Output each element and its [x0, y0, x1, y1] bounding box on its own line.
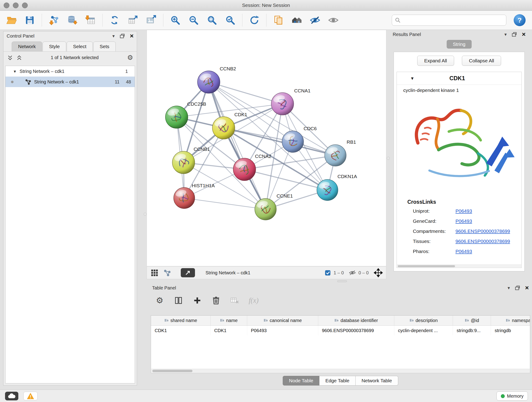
column-header-namespace[interactable]: namespace [491, 316, 530, 325]
network-edge-CCNB2-CCNE1[interactable] [209, 82, 266, 209]
zoom-fit-icon[interactable] [206, 14, 218, 27]
network-row-selected[interactable]: String Network – cdk1 11 48 [6, 77, 135, 87]
warning-button[interactable] [23, 392, 38, 400]
table-horizontal-scrollbar[interactable] [151, 369, 530, 373]
network-node-CDKN1A[interactable] [317, 179, 338, 201]
delete-table-icon[interactable] [228, 294, 241, 307]
crosslink-link[interactable]: P06493 [456, 218, 472, 224]
minimize-window-button[interactable] [13, 2, 19, 8]
chevron-down-icon[interactable]: ▾ [113, 34, 115, 38]
zoom-window-button[interactable] [22, 2, 28, 8]
merge-networks-icon[interactable] [108, 14, 121, 27]
column-header-shared-name[interactable]: shared name [151, 316, 210, 325]
network-node-CDK1[interactable] [212, 117, 235, 139]
selected-checkbox-icon[interactable] [325, 270, 331, 276]
table-cell[interactable]: stringdb:9... [453, 326, 491, 335]
float-panel-icon[interactable] [119, 33, 125, 39]
disclosure-triangle-icon[interactable]: ▾ [14, 69, 16, 74]
table-cell[interactable]: P06493 [247, 326, 318, 335]
chevron-down-icon[interactable]: ▾ [411, 75, 413, 81]
network-node-CDC25B[interactable] [165, 106, 188, 128]
table-row[interactable]: CDK1CDK1P064939606.ENSP00000378699cyclin… [151, 326, 530, 335]
collapse-all-button[interactable]: Collapse All [462, 56, 501, 66]
table-cell[interactable]: CDK1 [151, 326, 210, 335]
table-cell[interactable]: stringdb [491, 326, 530, 335]
tab-edge-table[interactable]: Edge Table [319, 376, 355, 385]
network-node-CCNA2[interactable] [233, 158, 256, 181]
columns-icon[interactable] [172, 294, 185, 307]
table-cell[interactable]: 9606.ENSP00000378699 [318, 326, 394, 335]
grid-view-icon[interactable] [150, 268, 159, 277]
network-node-CDC6[interactable] [282, 131, 304, 153]
share-network-icon[interactable] [163, 269, 171, 277]
gear-icon[interactable]: ⚙ [153, 294, 166, 307]
hide-eye-icon[interactable] [309, 14, 322, 27]
network-edge-HIST1H1A-CCNE1[interactable] [184, 198, 266, 209]
tab-network-table[interactable]: Network Table [355, 376, 398, 385]
tab-select[interactable]: Select [67, 41, 93, 51]
help-button[interactable]: ? [514, 14, 526, 26]
crosslink-link[interactable]: 9606.ENSP00000378699 [456, 239, 510, 244]
import-database-icon[interactable] [66, 14, 79, 27]
chevron-down-icon[interactable]: ▾ [508, 286, 510, 290]
zoom-out-icon[interactable] [187, 14, 200, 27]
import-network-icon[interactable] [47, 14, 60, 27]
cloud-button[interactable] [5, 392, 18, 400]
gear-icon[interactable]: ⚙ [127, 54, 133, 61]
sort-icon[interactable] [465, 318, 469, 323]
table-cell[interactable]: CDK1 [210, 326, 247, 335]
card-horizontal-scrollbar[interactable] [397, 264, 521, 268]
network-node-CCNA1[interactable] [271, 93, 294, 115]
zoom-selected-icon[interactable] [224, 14, 237, 27]
search-field[interactable] [403, 18, 503, 23]
network-canvas[interactable]: CCNB2CCNA1CDC25BCDK1CDC6RB1CCNB1CCNA2CDK… [147, 30, 386, 266]
export-network-icon[interactable] [127, 14, 139, 27]
network-edge-CCNB2-CCNA1[interactable] [209, 82, 283, 104]
network-node-CCNE1[interactable] [255, 198, 276, 220]
save-session-icon[interactable] [23, 14, 36, 27]
add-icon[interactable] [191, 294, 204, 307]
trash-icon[interactable] [209, 294, 223, 307]
expand-all-button[interactable]: Expand All [417, 56, 454, 66]
network-node-RB1[interactable] [325, 145, 346, 166]
zoom-in-icon[interactable] [169, 14, 182, 27]
sort-icon[interactable] [220, 318, 224, 323]
table-cell[interactable]: cyclin-dependent ... [394, 326, 453, 335]
tab-network[interactable]: Network [12, 41, 42, 51]
show-eye-icon[interactable] [327, 14, 340, 27]
chevron-down-icon[interactable]: ▾ [505, 32, 507, 37]
sort-icon[interactable] [506, 318, 510, 323]
close-window-button[interactable] [4, 2, 9, 8]
crosslink-link[interactable]: P06493 [456, 249, 472, 254]
tab-node-table[interactable]: Node Table [283, 376, 319, 385]
close-panel-icon[interactable]: × [130, 33, 133, 39]
move-crosshair-icon[interactable] [374, 268, 383, 277]
network-node-CCNB2[interactable] [197, 71, 220, 93]
refresh-icon[interactable] [248, 14, 261, 27]
crosslink-link[interactable]: P06493 [456, 208, 472, 214]
column-header-database-identifier[interactable]: database identifier [318, 316, 394, 325]
network-node-HIST1H1A[interactable] [174, 187, 195, 209]
memory-button[interactable]: Memory [496, 391, 528, 401]
sort-icon[interactable] [264, 318, 268, 323]
float-panel-icon[interactable] [515, 285, 520, 291]
sort-icon[interactable] [334, 318, 339, 323]
open-in-new-window-button[interactable] [181, 268, 195, 277]
sort-icon[interactable] [409, 318, 414, 323]
import-table-icon[interactable] [84, 14, 97, 27]
close-panel-icon[interactable]: × [522, 31, 526, 38]
splitter-handle[interactable] [337, 280, 347, 282]
expand-all-icon[interactable] [16, 55, 22, 61]
tab-string[interactable]: String [447, 40, 472, 49]
column-header--id[interactable]: @id [453, 316, 491, 325]
column-header-name[interactable]: name [210, 316, 247, 325]
close-panel-icon[interactable]: × [525, 285, 529, 291]
column-header-canonical-name[interactable]: canonical name [247, 316, 318, 325]
function-icon[interactable]: f(x) [247, 294, 260, 307]
column-header-description[interactable]: description [394, 316, 453, 325]
sort-icon[interactable] [164, 318, 169, 323]
search-input[interactable] [392, 15, 506, 26]
network-node-CCNB1[interactable] [172, 151, 195, 174]
export-image-icon[interactable] [145, 14, 158, 27]
open-session-icon[interactable] [5, 14, 18, 27]
